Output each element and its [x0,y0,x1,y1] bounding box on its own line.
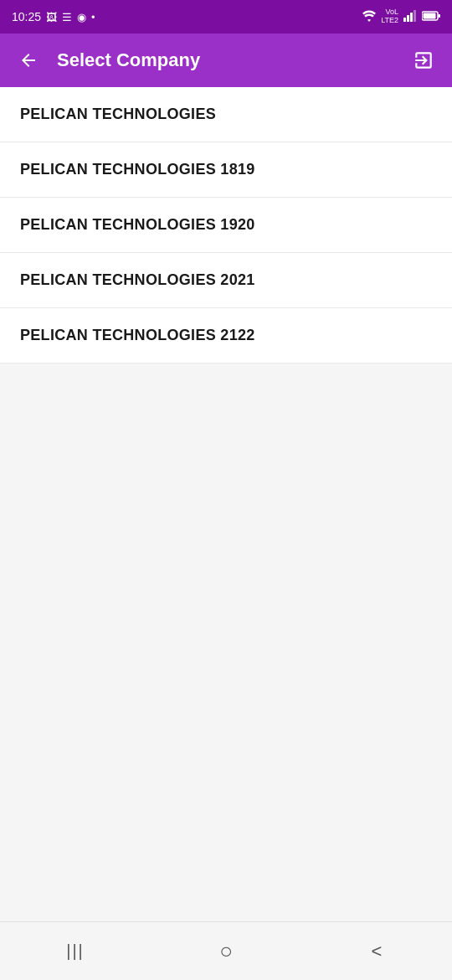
home-icon: ○ [219,938,233,964]
nav-back-button[interactable]: < [343,931,410,972]
page-title: Select Company [57,49,408,71]
company-item[interactable]: PELICAN TECHNOLOGIES 2122 [0,308,452,364]
back-icon: < [372,941,383,962]
recent-icon: ||| [66,941,85,961]
company-name: PELICAN TECHNOLOGIES 1920 [20,216,255,233]
company-name: PELICAN TECHNOLOGIES 1819 [20,161,255,178]
company-item[interactable]: PELICAN TECHNOLOGIES 2021 [0,253,452,308]
status-bar: 10:25 🖼 ☰ ◉ • VoL LTE2 [0,0,452,34]
status-icon-hotspot: ◉ [77,11,86,23]
company-name: PELICAN TECHNOLOGIES 2122 [20,327,255,343]
status-bar-left: 10:25 🖼 ☰ ◉ • [12,10,95,23]
nav-home-button[interactable]: ○ [193,931,259,972]
company-item[interactable]: PELICAN TECHNOLOGIES 1920 [0,198,452,253]
status-icon-nfc: ☰ [62,11,72,23]
status-icon-dot: • [91,11,95,23]
company-item[interactable]: PELICAN TECHNOLOGIES 1819 [0,142,452,198]
company-item[interactable]: PELICAN TECHNOLOGIES [0,87,452,142]
company-name: PELICAN TECHNOLOGIES 2021 [20,271,255,288]
nav-bar: ||| ○ < [0,921,452,980]
wifi-icon [362,10,377,24]
signal-text: VoL LTE2 [381,8,398,25]
toolbar: Select Company [0,34,452,87]
status-time: 10:25 [12,10,41,23]
company-list: PELICAN TECHNOLOGIESPELICAN TECHNOLOGIES… [0,87,452,921]
svg-rect-5 [424,13,436,18]
svg-rect-3 [413,10,416,22]
svg-rect-1 [407,15,409,22]
svg-rect-0 [403,18,406,22]
company-name: PELICAN TECHNOLOGIES [20,106,216,122]
svg-rect-2 [410,13,413,22]
nav-recent-button[interactable]: ||| [42,931,109,972]
back-button[interactable] [13,45,44,75]
svg-rect-6 [439,14,441,18]
status-bar-right: VoL LTE2 [362,8,440,25]
signal-bars-icon [403,10,418,24]
status-icon-camera: 🖼 [46,11,57,23]
logout-button[interactable] [408,45,439,75]
battery-icon [422,11,440,23]
